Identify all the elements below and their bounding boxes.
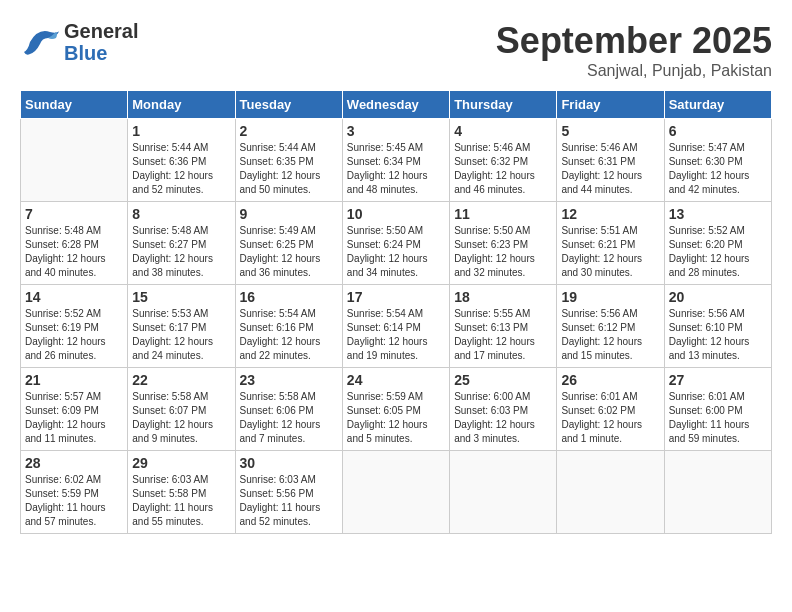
logo-icon bbox=[20, 24, 60, 60]
day-info: Sunrise: 5:44 AMSunset: 6:35 PMDaylight:… bbox=[240, 141, 338, 197]
day-number: 2 bbox=[240, 123, 338, 139]
day-cell: 25Sunrise: 6:00 AMSunset: 6:03 PMDayligh… bbox=[450, 368, 557, 451]
day-cell: 19Sunrise: 5:56 AMSunset: 6:12 PMDayligh… bbox=[557, 285, 664, 368]
weekday-header-wednesday: Wednesday bbox=[342, 91, 449, 119]
weekday-header-row: SundayMondayTuesdayWednesdayThursdayFrid… bbox=[21, 91, 772, 119]
title-block: September 2025 Sanjwal, Punjab, Pakistan bbox=[496, 20, 772, 80]
logo-general: General bbox=[64, 20, 138, 42]
day-info: Sunrise: 6:01 AMSunset: 6:00 PMDaylight:… bbox=[669, 390, 767, 446]
logo-blue: Blue bbox=[64, 42, 107, 64]
week-row-0: 1Sunrise: 5:44 AMSunset: 6:36 PMDaylight… bbox=[21, 119, 772, 202]
day-number: 16 bbox=[240, 289, 338, 305]
day-info: Sunrise: 5:47 AMSunset: 6:30 PMDaylight:… bbox=[669, 141, 767, 197]
day-info: Sunrise: 5:53 AMSunset: 6:17 PMDaylight:… bbox=[132, 307, 230, 363]
day-info: Sunrise: 5:44 AMSunset: 6:36 PMDaylight:… bbox=[132, 141, 230, 197]
day-cell: 1Sunrise: 5:44 AMSunset: 6:36 PMDaylight… bbox=[128, 119, 235, 202]
day-cell: 4Sunrise: 5:46 AMSunset: 6:32 PMDaylight… bbox=[450, 119, 557, 202]
day-number: 27 bbox=[669, 372, 767, 388]
day-number: 19 bbox=[561, 289, 659, 305]
day-info: Sunrise: 5:46 AMSunset: 6:32 PMDaylight:… bbox=[454, 141, 552, 197]
day-number: 30 bbox=[240, 455, 338, 471]
week-row-3: 21Sunrise: 5:57 AMSunset: 6:09 PMDayligh… bbox=[21, 368, 772, 451]
logo: General Blue bbox=[20, 20, 138, 64]
day-info: Sunrise: 5:54 AMSunset: 6:16 PMDaylight:… bbox=[240, 307, 338, 363]
day-info: Sunrise: 5:57 AMSunset: 6:09 PMDaylight:… bbox=[25, 390, 123, 446]
day-cell bbox=[342, 451, 449, 534]
day-number: 17 bbox=[347, 289, 445, 305]
logo-text-block: General Blue bbox=[64, 20, 138, 64]
day-cell: 26Sunrise: 6:01 AMSunset: 6:02 PMDayligh… bbox=[557, 368, 664, 451]
day-info: Sunrise: 6:03 AMSunset: 5:58 PMDaylight:… bbox=[132, 473, 230, 529]
day-number: 9 bbox=[240, 206, 338, 222]
day-number: 1 bbox=[132, 123, 230, 139]
day-number: 13 bbox=[669, 206, 767, 222]
weekday-header-sunday: Sunday bbox=[21, 91, 128, 119]
day-info: Sunrise: 5:58 AMSunset: 6:07 PMDaylight:… bbox=[132, 390, 230, 446]
day-info: Sunrise: 5:50 AMSunset: 6:23 PMDaylight:… bbox=[454, 224, 552, 280]
day-number: 25 bbox=[454, 372, 552, 388]
day-cell bbox=[21, 119, 128, 202]
day-info: Sunrise: 5:58 AMSunset: 6:06 PMDaylight:… bbox=[240, 390, 338, 446]
day-cell: 6Sunrise: 5:47 AMSunset: 6:30 PMDaylight… bbox=[664, 119, 771, 202]
day-number: 29 bbox=[132, 455, 230, 471]
day-info: Sunrise: 5:49 AMSunset: 6:25 PMDaylight:… bbox=[240, 224, 338, 280]
day-number: 10 bbox=[347, 206, 445, 222]
week-row-2: 14Sunrise: 5:52 AMSunset: 6:19 PMDayligh… bbox=[21, 285, 772, 368]
day-info: Sunrise: 5:45 AMSunset: 6:34 PMDaylight:… bbox=[347, 141, 445, 197]
day-info: Sunrise: 5:52 AMSunset: 6:19 PMDaylight:… bbox=[25, 307, 123, 363]
day-number: 26 bbox=[561, 372, 659, 388]
day-info: Sunrise: 5:48 AMSunset: 6:27 PMDaylight:… bbox=[132, 224, 230, 280]
day-number: 22 bbox=[132, 372, 230, 388]
day-info: Sunrise: 5:50 AMSunset: 6:24 PMDaylight:… bbox=[347, 224, 445, 280]
day-cell: 7Sunrise: 5:48 AMSunset: 6:28 PMDaylight… bbox=[21, 202, 128, 285]
day-info: Sunrise: 6:03 AMSunset: 5:56 PMDaylight:… bbox=[240, 473, 338, 529]
day-number: 20 bbox=[669, 289, 767, 305]
day-cell: 11Sunrise: 5:50 AMSunset: 6:23 PMDayligh… bbox=[450, 202, 557, 285]
weekday-header-thursday: Thursday bbox=[450, 91, 557, 119]
day-cell: 14Sunrise: 5:52 AMSunset: 6:19 PMDayligh… bbox=[21, 285, 128, 368]
page-header: General Blue September 2025 Sanjwal, Pun… bbox=[20, 20, 772, 80]
weekday-header-tuesday: Tuesday bbox=[235, 91, 342, 119]
day-number: 28 bbox=[25, 455, 123, 471]
day-info: Sunrise: 5:56 AMSunset: 6:10 PMDaylight:… bbox=[669, 307, 767, 363]
calendar-table: SundayMondayTuesdayWednesdayThursdayFrid… bbox=[20, 90, 772, 534]
day-cell: 2Sunrise: 5:44 AMSunset: 6:35 PMDaylight… bbox=[235, 119, 342, 202]
day-cell: 22Sunrise: 5:58 AMSunset: 6:07 PMDayligh… bbox=[128, 368, 235, 451]
day-cell: 5Sunrise: 5:46 AMSunset: 6:31 PMDaylight… bbox=[557, 119, 664, 202]
week-row-1: 7Sunrise: 5:48 AMSunset: 6:28 PMDaylight… bbox=[21, 202, 772, 285]
day-number: 21 bbox=[25, 372, 123, 388]
day-info: Sunrise: 5:48 AMSunset: 6:28 PMDaylight:… bbox=[25, 224, 123, 280]
day-number: 15 bbox=[132, 289, 230, 305]
day-cell: 27Sunrise: 6:01 AMSunset: 6:00 PMDayligh… bbox=[664, 368, 771, 451]
day-info: Sunrise: 5:51 AMSunset: 6:21 PMDaylight:… bbox=[561, 224, 659, 280]
day-info: Sunrise: 5:52 AMSunset: 6:20 PMDaylight:… bbox=[669, 224, 767, 280]
day-number: 7 bbox=[25, 206, 123, 222]
day-cell: 18Sunrise: 5:55 AMSunset: 6:13 PMDayligh… bbox=[450, 285, 557, 368]
day-info: Sunrise: 5:59 AMSunset: 6:05 PMDaylight:… bbox=[347, 390, 445, 446]
day-cell: 30Sunrise: 6:03 AMSunset: 5:56 PMDayligh… bbox=[235, 451, 342, 534]
day-number: 3 bbox=[347, 123, 445, 139]
day-cell: 21Sunrise: 5:57 AMSunset: 6:09 PMDayligh… bbox=[21, 368, 128, 451]
day-number: 11 bbox=[454, 206, 552, 222]
day-cell: 16Sunrise: 5:54 AMSunset: 6:16 PMDayligh… bbox=[235, 285, 342, 368]
day-cell: 17Sunrise: 5:54 AMSunset: 6:14 PMDayligh… bbox=[342, 285, 449, 368]
day-number: 5 bbox=[561, 123, 659, 139]
day-number: 6 bbox=[669, 123, 767, 139]
day-info: Sunrise: 5:55 AMSunset: 6:13 PMDaylight:… bbox=[454, 307, 552, 363]
day-number: 24 bbox=[347, 372, 445, 388]
day-cell: 8Sunrise: 5:48 AMSunset: 6:27 PMDaylight… bbox=[128, 202, 235, 285]
day-cell bbox=[450, 451, 557, 534]
day-cell: 24Sunrise: 5:59 AMSunset: 6:05 PMDayligh… bbox=[342, 368, 449, 451]
weekday-header-saturday: Saturday bbox=[664, 91, 771, 119]
day-cell: 23Sunrise: 5:58 AMSunset: 6:06 PMDayligh… bbox=[235, 368, 342, 451]
location-title: Sanjwal, Punjab, Pakistan bbox=[496, 62, 772, 80]
day-number: 12 bbox=[561, 206, 659, 222]
day-cell: 3Sunrise: 5:45 AMSunset: 6:34 PMDaylight… bbox=[342, 119, 449, 202]
day-cell: 28Sunrise: 6:02 AMSunset: 5:59 PMDayligh… bbox=[21, 451, 128, 534]
month-title: September 2025 bbox=[496, 20, 772, 62]
day-info: Sunrise: 5:56 AMSunset: 6:12 PMDaylight:… bbox=[561, 307, 659, 363]
weekday-header-monday: Monday bbox=[128, 91, 235, 119]
day-info: Sunrise: 5:46 AMSunset: 6:31 PMDaylight:… bbox=[561, 141, 659, 197]
day-info: Sunrise: 6:00 AMSunset: 6:03 PMDaylight:… bbox=[454, 390, 552, 446]
day-cell: 20Sunrise: 5:56 AMSunset: 6:10 PMDayligh… bbox=[664, 285, 771, 368]
